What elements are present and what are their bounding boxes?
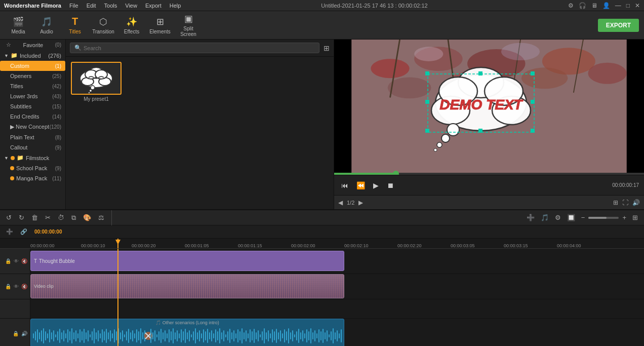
svg-rect-80: [106, 329, 107, 343]
sidebar-item-favorite[interactable]: ☆ Favorite (0): [0, 40, 65, 50]
zoom-fit-button[interactable]: ⊞: [613, 199, 618, 206]
rewind-button[interactable]: ⏮: [339, 180, 350, 190]
fit-timeline-button[interactable]: ⊞: [630, 213, 640, 222]
link-button[interactable]: 🔗: [18, 227, 29, 236]
sidebar-item-openers[interactable]: Openers (25): [0, 71, 65, 81]
ruler-mark-5: 00:00:02:00: [291, 243, 315, 248]
plain-text-count: (8): [55, 135, 61, 140]
tool-elements[interactable]: ⊞ Elements: [147, 13, 173, 37]
settings-button[interactable]: ⚙: [553, 213, 563, 222]
svg-rect-93: [132, 330, 133, 341]
svg-rect-61: [67, 329, 68, 342]
main-area: ☆ Favorite (0) ▼ 📁 Included (276) Custom…: [0, 40, 644, 209]
content-toolbar: 🔍 ⊞: [66, 40, 334, 57]
svg-rect-98: [142, 332, 143, 339]
sidebar-item-filmstock[interactable]: ▼ 📁 Filmstock: [0, 152, 65, 163]
snap-button[interactable]: 🔲: [565, 213, 577, 222]
track-mute-button[interactable]: 🔇: [21, 258, 28, 264]
clip-thought-bubble[interactable]: T Thought Bubble: [30, 251, 344, 271]
tile-my-preset1[interactable]: My preset1: [71, 62, 122, 102]
add-track-button[interactable]: ➕: [525, 213, 537, 222]
menu-export[interactable]: Export: [145, 3, 162, 9]
maximize-icon[interactable]: □: [626, 2, 630, 9]
sidebar-item-manga-pack[interactable]: Manga Pack (11): [0, 173, 65, 183]
svg-rect-73: [92, 331, 93, 340]
redo-button[interactable]: ↻: [17, 213, 26, 222]
included-label: Included: [20, 53, 41, 59]
svg-point-6: [91, 86, 95, 90]
menu-view[interactable]: View: [125, 3, 137, 9]
sidebar-item-plain-text[interactable]: Plain Text (8): [0, 132, 65, 142]
sidebar-item-end-credits[interactable]: End Credits (14): [0, 111, 65, 122]
zoom-slider[interactable]: [588, 217, 619, 219]
tool-titles[interactable]: T Titles: [62, 13, 88, 37]
menu-help[interactable]: Help: [170, 3, 181, 9]
track-video-hide-button[interactable]: 👁: [13, 283, 19, 290]
svg-rect-68: [82, 331, 83, 340]
adjust-button[interactable]: ⚖: [96, 213, 106, 222]
sidebar-item-titles[interactable]: Titles (42): [0, 81, 65, 91]
settings-icon[interactable]: ⚙: [568, 2, 574, 9]
full-screen-button[interactable]: ⛶: [622, 199, 628, 206]
stop-button[interactable]: ⏹: [385, 180, 396, 190]
svg-rect-117: [179, 333, 180, 338]
sidebar-item-custom[interactable]: Custom (1): [0, 61, 65, 71]
sidebar-item-subtitles[interactable]: Subtitles (15): [0, 101, 65, 111]
tool-transition[interactable]: ⬡ Transition: [90, 13, 116, 37]
split-button[interactable]: ✂: [43, 213, 53, 222]
sidebar-item-new-concept[interactable]: ▶ New Concept (120): [0, 122, 65, 132]
audio-track-button[interactable]: 🎵: [539, 213, 551, 222]
tool-split-screen[interactable]: ▣ Split Screen: [175, 13, 202, 37]
search-box[interactable]: 🔍: [70, 43, 319, 53]
account-icon[interactable]: 👤: [602, 2, 610, 9]
menu-edit[interactable]: Edit: [87, 3, 96, 9]
ruler-mark-4: 00:00:01:15: [238, 243, 262, 248]
svg-rect-66: [77, 333, 78, 338]
sidebar-item-school-pack[interactable]: School Pack (9): [0, 163, 65, 173]
clip-video[interactable]: Video clip: [30, 274, 344, 298]
grid-view-icon[interactable]: ⊞: [324, 44, 330, 52]
track-hide-button[interactable]: 👁: [13, 258, 19, 264]
prev-page-button[interactable]: ◀: [338, 199, 343, 206]
headset-icon[interactable]: 🎧: [579, 2, 586, 9]
tool-media[interactable]: 🎬 Media: [5, 13, 31, 37]
svg-rect-197: [341, 329, 342, 342]
svg-rect-104: [152, 332, 153, 339]
step-back-button[interactable]: ⏪: [354, 180, 367, 190]
track-audio-lock-button[interactable]: 🔒: [12, 330, 19, 337]
crop-button[interactable]: ⧉: [69, 213, 78, 223]
split-screen-icon: ▣: [184, 13, 193, 24]
clip-audio[interactable]: 🎵 Other scenarios (Long intro) // We'll …: [30, 319, 344, 346]
tool-effects[interactable]: ✨ Effects: [118, 13, 145, 37]
svg-rect-172: [290, 332, 291, 339]
export-button[interactable]: EXPORT: [598, 19, 639, 32]
track-lock-button[interactable]: 🔒: [5, 258, 12, 264]
tool-audio[interactable]: 🎵 Audio: [33, 13, 60, 37]
track-video-lock-button[interactable]: 🔒: [5, 283, 12, 290]
screen-icon[interactable]: 🖥: [591, 2, 597, 9]
speed-button[interactable]: ⏱: [56, 213, 66, 222]
sidebar-item-included[interactable]: ▼ 📁 Included (276): [0, 50, 65, 61]
svg-rect-113: [171, 331, 172, 340]
svg-rect-76: [98, 330, 99, 341]
sidebar-item-callout[interactable]: Callout (9): [0, 142, 65, 152]
next-page-button[interactable]: ▶: [358, 199, 363, 206]
minimize-icon[interactable]: —: [615, 2, 621, 9]
search-input[interactable]: [84, 45, 315, 51]
track-video-mute-button[interactable]: 🔇: [21, 283, 28, 290]
menu-file[interactable]: File: [69, 3, 78, 9]
delete-button[interactable]: 🗑: [29, 213, 40, 222]
play-button[interactable]: ▶: [371, 180, 381, 190]
track-audio-mute-button[interactable]: 🔊: [21, 330, 28, 337]
filmstock-arrow-icon: ▼: [4, 156, 9, 161]
menu-tools[interactable]: Tools: [104, 3, 117, 9]
volume-button[interactable]: 🔊: [632, 199, 640, 206]
sidebar-item-lower3rds[interactable]: Lower 3rds (43): [0, 91, 65, 101]
undo-button[interactable]: ↺: [4, 213, 14, 222]
zoom-in-button[interactable]: +: [620, 213, 628, 222]
color-button[interactable]: 🎨: [81, 213, 93, 222]
add-media-button[interactable]: ➕: [4, 227, 15, 236]
svg-rect-151: [248, 333, 249, 338]
close-icon[interactable]: ✕: [635, 2, 640, 9]
zoom-out-button[interactable]: −: [579, 213, 587, 222]
